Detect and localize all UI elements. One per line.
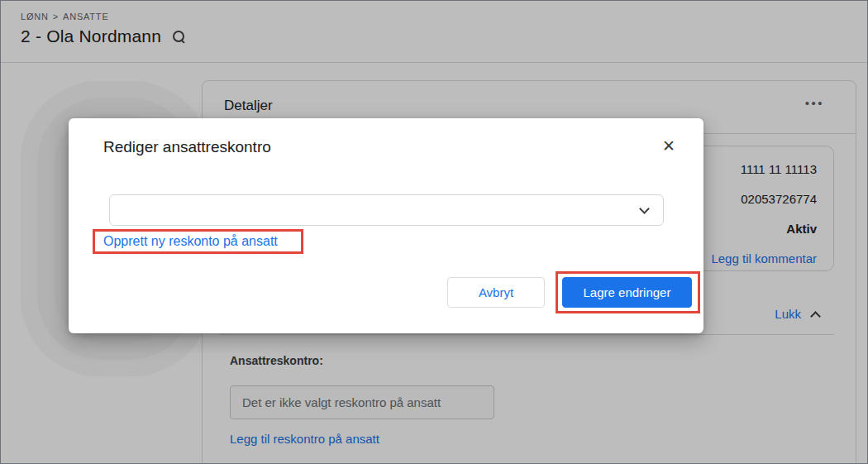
- create-reskontro-link[interactable]: Opprett ny reskonto på ansatt: [103, 232, 278, 251]
- reskontro-select[interactable]: [109, 194, 664, 226]
- save-button[interactable]: Lagre endringer: [562, 277, 692, 308]
- cancel-button[interactable]: Avbryt: [447, 277, 545, 308]
- close-icon[interactable]: ✕: [662, 138, 675, 154]
- modal-title: Rediger ansattreskontro: [103, 138, 271, 156]
- app-page: LØNN>ANSATTE 2 - Ola Nordmann Detaljer •…: [0, 0, 868, 464]
- edit-reskontro-modal: Rediger ansattreskontro ✕ Opprett ny res…: [69, 118, 703, 333]
- chevron-down-icon: [639, 203, 650, 214]
